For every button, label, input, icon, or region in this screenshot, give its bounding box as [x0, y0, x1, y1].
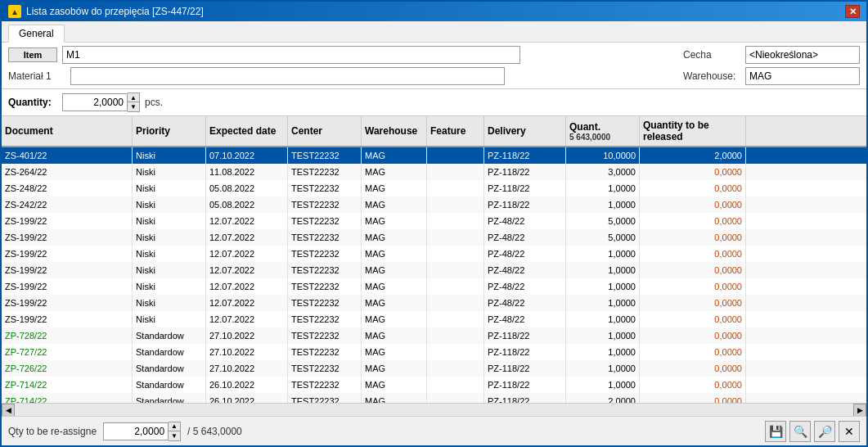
- scroll-track-horizontal[interactable]: [15, 404, 853, 417]
- status-qty-up[interactable]: ▲: [169, 422, 180, 431]
- cell-warehouse: MAG: [362, 213, 427, 229]
- cell-warehouse: MAG: [362, 344, 427, 360]
- cell-date: 11.08.2022: [206, 164, 288, 180]
- cell-delivery: PZ-48/22: [484, 246, 566, 262]
- table-body[interactable]: ZS-401/22 Niski 07.10.2022 TEST22232 MAG…: [2, 147, 866, 403]
- cell-warehouse: MAG: [362, 311, 427, 327]
- quantity-input-wrap: ▲ ▼: [62, 93, 140, 112]
- cell-priority: Niski: [133, 311, 206, 327]
- cell-center: TEST22232: [288, 246, 362, 262]
- cell-center: TEST22232: [288, 196, 362, 213]
- close-button[interactable]: ✕: [845, 5, 860, 18]
- material-label: Materiał 1: [8, 70, 65, 82]
- table-row[interactable]: ZS-248/22 Niski 05.08.2022 TEST22232 MAG…: [2, 180, 866, 196]
- col-delivery: Delivery: [484, 116, 566, 146]
- cell-delivery: PZ-118/22: [484, 327, 566, 344]
- scroll-left-button[interactable]: ◀: [2, 404, 15, 417]
- status-qty-down[interactable]: ▼: [169, 431, 180, 440]
- horizontal-scrollbar[interactable]: ◀ ▶: [2, 403, 866, 416]
- title-bar: ▲ Lista zasobów do przepięcia [ZS-447/22…: [2, 2, 866, 21]
- cell-date: 27.10.2022: [206, 360, 288, 377]
- table-row[interactable]: ZS-199/22 Niski 12.07.2022 TEST22232 MAG…: [2, 295, 866, 311]
- close-icon-button[interactable]: ✕: [839, 421, 860, 442]
- table-row[interactable]: ZS-199/22 Niski 12.07.2022 TEST22232 MAG…: [2, 213, 866, 229]
- cell-qty-release: 0,0000: [640, 393, 746, 403]
- warehouse-label: Warehouse:: [683, 70, 740, 82]
- scroll-right-button[interactable]: ▶: [853, 404, 866, 417]
- cell-doc: ZS-199/22: [2, 262, 133, 278]
- cell-doc: ZS-401/22: [2, 147, 133, 164]
- quantity-input[interactable]: [62, 93, 128, 111]
- main-window: ▲ Lista zasobów do przepięcia [ZS-447/22…: [0, 0, 868, 447]
- table-row[interactable]: ZS-199/22 Niski 12.07.2022 TEST22232 MAG…: [2, 262, 866, 278]
- cell-date: 27.10.2022: [206, 344, 288, 360]
- cell-warehouse: MAG: [362, 180, 427, 196]
- table-row[interactable]: ZS-401/22 Niski 07.10.2022 TEST22232 MAG…: [2, 147, 866, 164]
- cell-feature: [427, 147, 484, 164]
- cell-delivery: PZ-118/22: [484, 164, 566, 180]
- table-row[interactable]: ZS-264/22 Niski 11.08.2022 TEST22232 MAG…: [2, 164, 866, 180]
- material-input[interactable]: [70, 67, 505, 85]
- cell-priority: Niski: [133, 147, 206, 164]
- cell-priority: Niski: [133, 262, 206, 278]
- item-input[interactable]: [62, 46, 520, 64]
- cell-warehouse: MAG: [362, 377, 427, 393]
- table-row[interactable]: ZS-199/22 Niski 12.07.2022 TEST22232 MAG…: [2, 246, 866, 262]
- cell-priority: Niski: [133, 164, 206, 180]
- cell-quant: 1,0000: [566, 311, 640, 327]
- table-row[interactable]: ZP-714/22 Standardow 26.10.2022 TEST2223…: [2, 393, 866, 403]
- table-row[interactable]: ZS-242/22 Niski 05.08.2022 TEST22232 MAG…: [2, 196, 866, 213]
- table-row[interactable]: ZS-199/22 Niski 12.07.2022 TEST22232 MAG…: [2, 311, 866, 327]
- cell-priority: Niski: [133, 196, 206, 213]
- cell-doc: ZS-242/22: [2, 196, 133, 213]
- table-row[interactable]: ZP-726/22 Standardow 27.10.2022 TEST2223…: [2, 360, 866, 377]
- cell-priority: Niski: [133, 229, 206, 246]
- cell-quant: 1,0000: [566, 295, 640, 311]
- cell-warehouse: MAG: [362, 360, 427, 377]
- cell-date: 12.07.2022: [206, 229, 288, 246]
- cell-qty-release: 0,0000: [640, 246, 746, 262]
- cell-delivery: PZ-48/22: [484, 278, 566, 295]
- status-qty-input[interactable]: [103, 422, 169, 440]
- qty-up-button[interactable]: ▲: [128, 93, 139, 102]
- search-icon-button[interactable]: 🔍: [789, 421, 811, 442]
- cell-warehouse: MAG: [362, 393, 427, 403]
- table-row[interactable]: ZP-727/22 Standardow 27.10.2022 TEST2223…: [2, 344, 866, 360]
- cell-date: 05.08.2022: [206, 180, 288, 196]
- cell-date: 05.08.2022: [206, 196, 288, 213]
- cell-delivery: PZ-118/22: [484, 180, 566, 196]
- cell-delivery: PZ-48/22: [484, 311, 566, 327]
- cell-quant: 5,0000: [566, 229, 640, 246]
- material-row: Materiał 1 Warehouse:: [8, 67, 860, 85]
- cell-delivery: PZ-48/22: [484, 213, 566, 229]
- save-icon-button[interactable]: 💾: [765, 421, 786, 442]
- cell-qty-release: 0,0000: [640, 344, 746, 360]
- zoom-icon-button[interactable]: 🔎: [814, 421, 835, 442]
- table-row[interactable]: ZP-728/22 Standardow 27.10.2022 TEST2223…: [2, 327, 866, 344]
- cell-doc: ZS-199/22: [2, 213, 133, 229]
- table-row[interactable]: ZS-199/22 Niski 12.07.2022 TEST22232 MAG…: [2, 278, 866, 295]
- cecha-input[interactable]: [745, 46, 860, 64]
- cell-priority: Standardow: [133, 344, 206, 360]
- quantity-row: Quantity: ▲ ▼ pcs.: [2, 89, 866, 116]
- qty-reassign-label: Qty to be re-assigne: [8, 426, 97, 437]
- cell-date: 12.07.2022: [206, 295, 288, 311]
- cell-feature: [427, 262, 484, 278]
- table-row[interactable]: ZP-714/22 Standardow 26.10.2022 TEST2223…: [2, 377, 866, 393]
- cell-priority: Standardow: [133, 360, 206, 377]
- quantity-spinners: ▲ ▼: [128, 93, 140, 112]
- tab-general[interactable]: General: [8, 25, 65, 43]
- cell-warehouse: MAG: [362, 229, 427, 246]
- cell-qty-release: 0,0000: [640, 213, 746, 229]
- cell-quant: 3,0000: [566, 164, 640, 180]
- window-title: Lista zasobów do przepięcia [ZS-447/22]: [26, 6, 204, 17]
- cell-feature: [427, 180, 484, 196]
- cell-qty-release: 0,0000: [640, 327, 746, 344]
- cell-doc: ZS-199/22: [2, 295, 133, 311]
- warehouse-input[interactable]: [745, 67, 860, 85]
- cell-doc: ZP-726/22: [2, 360, 133, 377]
- qty-down-button[interactable]: ▼: [128, 102, 139, 111]
- cell-priority: Niski: [133, 213, 206, 229]
- table-row[interactable]: ZS-199/22 Niski 12.07.2022 TEST22232 MAG…: [2, 229, 866, 246]
- cell-qty-release: 0,0000: [640, 311, 746, 327]
